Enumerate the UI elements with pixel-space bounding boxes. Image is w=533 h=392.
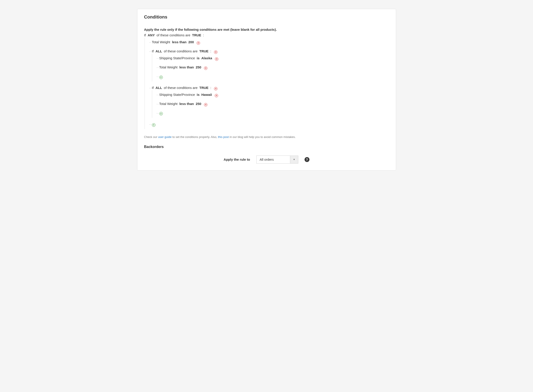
suffix-label: : bbox=[210, 86, 211, 90]
condition-row: Total Weight less than 200 ✕ bbox=[149, 38, 389, 47]
add-icon[interactable]: + bbox=[152, 123, 156, 127]
if-label: If bbox=[152, 49, 154, 53]
condition-operator[interactable]: less than bbox=[172, 40, 186, 44]
conditions-panel: Conditions Apply the rule only if the fo… bbox=[137, 9, 396, 170]
remove-icon[interactable]: ✕ bbox=[215, 94, 218, 97]
condition-attribute[interactable]: Total Weight bbox=[152, 40, 170, 44]
apply-rule-to-field: Apply the rule to All orders ▼ ? bbox=[144, 156, 389, 163]
backorders-title: Backorders bbox=[144, 145, 389, 149]
condition-attribute[interactable]: Shipping State/Province bbox=[159, 56, 195, 60]
panel-title: Conditions bbox=[144, 14, 389, 20]
add-condition-row: + bbox=[157, 72, 389, 81]
condition-attribute[interactable]: Total Weight bbox=[159, 102, 178, 106]
condition-group: If ALL of these conditions are TRUE : ✕ … bbox=[149, 84, 389, 120]
mid-label: of these conditions are bbox=[164, 86, 198, 90]
add-condition-row: + bbox=[157, 109, 389, 118]
condition-row: Total Weight less than 250 ✕ bbox=[157, 63, 389, 72]
remove-icon[interactable]: ✕ bbox=[197, 41, 200, 45]
condition-value[interactable]: 250 bbox=[196, 65, 201, 69]
condition-group: If ALL of these conditions are TRUE : ✕ … bbox=[149, 47, 389, 84]
condition-value[interactable]: 250 bbox=[196, 102, 201, 106]
condition-attribute[interactable]: Total Weight bbox=[159, 65, 178, 69]
user-guide-link[interactable]: user guide bbox=[158, 135, 171, 139]
condition-value[interactable]: Alaska bbox=[201, 56, 212, 60]
root-condition-line: If ANY of these conditions are TRUE : bbox=[144, 33, 389, 37]
remove-icon[interactable]: ✕ bbox=[215, 57, 219, 61]
hint-part: in our blog will help you to avoid commo… bbox=[229, 135, 296, 139]
condition-value[interactable]: 200 bbox=[188, 40, 194, 44]
condition-operator[interactable]: is bbox=[197, 93, 200, 97]
add-icon[interactable]: + bbox=[159, 75, 163, 79]
blog-post-link[interactable]: this post bbox=[218, 135, 229, 139]
bool-selector[interactable]: TRUE bbox=[192, 33, 201, 37]
aggregator-selector[interactable]: ALL bbox=[156, 86, 162, 90]
hint-part: Check our bbox=[144, 135, 158, 139]
hint-text: Check our user guide to set the conditio… bbox=[144, 135, 389, 139]
mid-label: of these conditions are bbox=[157, 33, 191, 37]
suffix-label: : bbox=[203, 33, 204, 37]
remove-icon[interactable]: ✕ bbox=[214, 50, 218, 54]
remove-icon[interactable]: ✕ bbox=[214, 87, 218, 90]
condition-value[interactable]: Hawaii bbox=[201, 93, 212, 97]
condition-operator[interactable]: less than bbox=[179, 102, 194, 106]
aggregator-selector[interactable]: ANY bbox=[148, 33, 155, 37]
remove-icon[interactable]: ✕ bbox=[204, 103, 208, 107]
apply-rule-to-select[interactable]: All orders ▼ bbox=[256, 156, 298, 163]
bool-selector[interactable]: TRUE bbox=[199, 49, 208, 53]
conditions-instruction: Apply the rule only if the following con… bbox=[144, 28, 389, 31]
if-label: If bbox=[152, 86, 154, 90]
chevron-down-icon: ▼ bbox=[290, 156, 298, 163]
conditions-tree: Total Weight less than 200 ✕ If ALL of t… bbox=[145, 38, 389, 129]
condition-row: Shipping State/Province is Alaska ✕ bbox=[157, 54, 389, 63]
apply-rule-to-label: Apply the rule to bbox=[224, 158, 250, 161]
add-condition-row: + bbox=[149, 120, 389, 129]
condition-row: Shipping State/Province is Hawaii ✕ bbox=[157, 90, 389, 100]
remove-icon[interactable]: ✕ bbox=[204, 66, 208, 70]
add-icon[interactable]: + bbox=[159, 112, 163, 115]
condition-operator[interactable]: less than bbox=[179, 65, 194, 69]
help-icon[interactable]: ? bbox=[305, 157, 309, 162]
if-label: If bbox=[144, 33, 146, 37]
aggregator-selector[interactable]: ALL bbox=[156, 49, 162, 53]
bool-selector[interactable]: TRUE bbox=[199, 86, 208, 90]
condition-attribute[interactable]: Shipping State/Province bbox=[159, 93, 195, 97]
suffix-label: : bbox=[210, 49, 211, 53]
condition-operator[interactable]: is bbox=[197, 56, 200, 60]
hint-part: to set the conditions properly. Also, bbox=[171, 135, 218, 139]
select-value: All orders bbox=[257, 156, 290, 163]
condition-row: Total Weight less than 250 ✕ bbox=[157, 100, 389, 109]
mid-label: of these conditions are bbox=[164, 49, 198, 53]
